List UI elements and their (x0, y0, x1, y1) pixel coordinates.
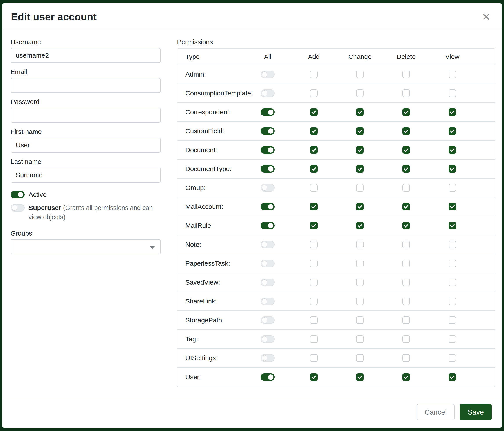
last-name-input[interactable] (10, 168, 161, 182)
change-checkbox[interactable] (356, 184, 364, 191)
delete-checkbox[interactable] (402, 278, 410, 286)
view-checkbox[interactable] (449, 316, 456, 324)
permission-row: MailRule: (178, 216, 495, 235)
view-checkbox[interactable] (449, 146, 456, 154)
view-checkbox[interactable] (449, 71, 456, 78)
add-checkbox[interactable] (310, 203, 317, 210)
all-toggle[interactable] (261, 127, 275, 135)
view-checkbox[interactable] (449, 222, 456, 229)
delete-checkbox[interactable] (402, 108, 410, 116)
add-checkbox[interactable] (310, 260, 317, 267)
view-checkbox[interactable] (449, 335, 456, 343)
add-checkbox[interactable] (310, 165, 317, 173)
change-checkbox[interactable] (356, 71, 364, 78)
delete-checkbox[interactable] (402, 297, 410, 305)
add-checkbox[interactable] (310, 184, 317, 191)
add-checkbox[interactable] (310, 241, 317, 248)
all-toggle[interactable] (261, 354, 275, 362)
delete-checkbox[interactable] (402, 241, 410, 248)
view-checkbox[interactable] (449, 260, 456, 267)
username-input[interactable] (10, 48, 161, 63)
close-icon[interactable]: ✕ (480, 11, 492, 23)
view-checkbox[interactable] (449, 108, 456, 116)
change-checkbox[interactable] (356, 260, 364, 267)
add-checkbox[interactable] (310, 146, 317, 154)
delete-checkbox[interactable] (402, 165, 410, 173)
password-input[interactable] (10, 108, 161, 123)
delete-checkbox[interactable] (402, 354, 410, 362)
delete-checkbox[interactable] (402, 127, 410, 135)
change-checkbox[interactable] (356, 297, 364, 305)
add-checkbox[interactable] (310, 335, 317, 343)
view-checkbox[interactable] (449, 278, 456, 286)
all-toggle[interactable] (261, 184, 275, 191)
delete-checkbox[interactable] (402, 335, 410, 343)
all-toggle[interactable] (261, 108, 275, 116)
groups-select[interactable] (10, 239, 161, 254)
delete-checkbox[interactable] (402, 71, 410, 78)
change-checkbox[interactable] (356, 203, 364, 210)
view-checkbox[interactable] (449, 241, 456, 248)
delete-checkbox[interactable] (402, 184, 410, 191)
change-checkbox[interactable] (356, 222, 364, 229)
delete-checkbox[interactable] (402, 373, 410, 381)
change-checkbox[interactable] (356, 373, 364, 381)
all-toggle[interactable] (261, 71, 275, 78)
all-toggle[interactable] (261, 241, 275, 248)
all-toggle[interactable] (261, 165, 275, 173)
all-toggle[interactable] (261, 373, 275, 381)
email-input[interactable] (10, 78, 161, 93)
add-checkbox[interactable] (310, 90, 317, 97)
change-checkbox[interactable] (356, 108, 364, 116)
view-checkbox[interactable] (449, 203, 456, 210)
permission-row: DocumentType: (178, 160, 495, 179)
save-button[interactable]: Save (460, 404, 492, 421)
delete-checkbox[interactable] (402, 90, 410, 97)
change-checkbox[interactable] (356, 316, 364, 324)
view-checkbox[interactable] (449, 373, 456, 381)
view-checkbox[interactable] (449, 184, 456, 191)
delete-cell (383, 373, 429, 381)
all-toggle[interactable] (261, 278, 275, 286)
add-checkbox[interactable] (310, 297, 317, 305)
view-checkbox[interactable] (449, 354, 456, 362)
superuser-toggle[interactable] (10, 204, 25, 212)
change-checkbox[interactable] (356, 165, 364, 173)
all-toggle[interactable] (261, 297, 275, 305)
delete-checkbox[interactable] (402, 203, 410, 210)
all-toggle[interactable] (261, 222, 275, 229)
delete-checkbox[interactable] (402, 260, 410, 267)
all-toggle[interactable] (261, 146, 275, 154)
change-checkbox[interactable] (356, 127, 364, 135)
all-toggle[interactable] (261, 90, 275, 97)
groups-label: Groups (10, 230, 161, 237)
view-checkbox[interactable] (449, 297, 456, 305)
change-checkbox[interactable] (356, 146, 364, 154)
all-toggle[interactable] (261, 335, 275, 343)
all-toggle[interactable] (261, 203, 275, 210)
active-toggle[interactable] (10, 191, 25, 198)
view-checkbox[interactable] (449, 127, 456, 135)
change-checkbox[interactable] (356, 241, 364, 248)
change-checkbox[interactable] (356, 354, 364, 362)
add-checkbox[interactable] (310, 316, 317, 324)
delete-checkbox[interactable] (402, 222, 410, 229)
change-checkbox[interactable] (356, 335, 364, 343)
add-checkbox[interactable] (310, 373, 317, 381)
change-checkbox[interactable] (356, 278, 364, 286)
first-name-input[interactable] (10, 138, 161, 153)
view-checkbox[interactable] (449, 165, 456, 173)
add-checkbox[interactable] (310, 354, 317, 362)
add-checkbox[interactable] (310, 71, 317, 78)
add-checkbox[interactable] (310, 222, 317, 229)
delete-checkbox[interactable] (402, 316, 410, 324)
change-checkbox[interactable] (356, 90, 364, 97)
add-checkbox[interactable] (310, 127, 317, 135)
add-checkbox[interactable] (310, 278, 317, 286)
all-toggle[interactable] (261, 316, 275, 324)
cancel-button[interactable]: Cancel (417, 404, 455, 421)
all-toggle[interactable] (261, 260, 275, 267)
add-checkbox[interactable] (310, 108, 317, 116)
view-checkbox[interactable] (449, 90, 456, 97)
delete-checkbox[interactable] (402, 146, 410, 154)
